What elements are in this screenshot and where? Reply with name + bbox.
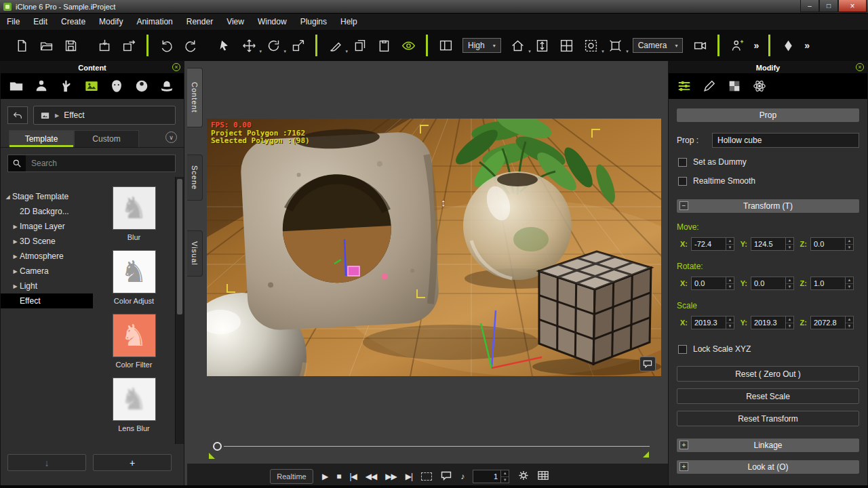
rotate-tool-icon[interactable]: ▾ [264,36,282,55]
tabs-more-icon[interactable]: ∨ [165,131,177,143]
redo-icon[interactable] [182,36,199,55]
select-tool-icon[interactable] [216,36,233,55]
spin-up-icon[interactable]: ▲ [501,470,509,477]
focus-target-icon[interactable]: ▾ [583,36,600,55]
rotate-x-input[interactable]: 0.0▲▼ [691,277,734,290]
spin-up-icon[interactable]: ▲ [786,317,793,323]
rotate-z-value[interactable]: 1.0 [811,277,845,289]
stop-button[interactable]: ■ [336,472,340,481]
reset-transform-button[interactable]: Reset Transform [677,411,859,426]
thumbnail-blur[interactable]: ♞ [113,186,156,230]
dropdown-arrow-icon[interactable]: ▾ [601,49,604,54]
viewport-comment-button[interactable] [639,357,656,371]
close-button[interactable]: × [838,0,867,12]
scrollbar-thumb[interactable] [177,179,182,314]
lock-scale-row[interactable]: Lock Scale XYZ [678,344,859,354]
visibility-eye-icon[interactable] [399,36,417,55]
search-button[interactable] [8,155,26,171]
tree-item-3d-scene[interactable]: ▶3D Scene [1,234,93,249]
spin-up-icon[interactable]: ▲ [726,317,734,323]
reset-zero-out-button[interactable]: Reset ( Zero Out ) [677,366,859,382]
maximize-button[interactable]: □ [819,0,838,12]
realtime-smooth-checkbox[interactable] [678,177,687,186]
spin-down-icon[interactable]: ▼ [786,284,793,290]
menu-render[interactable]: Render [180,14,220,29]
tab-adjust-sliders[interactable] [671,73,696,99]
tab-animation[interactable] [54,73,79,99]
realtime-button[interactable]: Realtime [270,469,313,484]
rotate-y-value[interactable]: 0.0 [751,277,785,289]
spin-up-icon[interactable]: ▲ [846,238,853,245]
spin-down-icon[interactable]: ▼ [726,245,734,251]
menu-plugins[interactable]: Plugins [294,14,334,29]
dropdown-arrow-icon[interactable]: ▾ [259,49,262,54]
spin-up-icon[interactable]: ▲ [846,277,853,284]
open-project-icon[interactable] [37,36,55,55]
tab-accessory[interactable] [154,73,179,99]
camcorder-icon[interactable] [691,36,709,55]
paint-tool-icon[interactable]: ▾ [326,36,344,55]
content-scrollbar[interactable] [175,177,184,444]
spin-down-icon[interactable]: ▼ [726,323,734,329]
move-y-input[interactable]: 124.5▲▼ [751,237,794,251]
tab-custom[interactable]: Custom [74,130,139,147]
breadcrumb-item[interactable]: Effect [64,110,84,120]
undo-icon[interactable] [157,36,175,55]
tab-material-texture[interactable] [722,73,747,99]
new-project-icon[interactable] [13,36,31,55]
tree-collapsed-icon[interactable]: ▶ [11,283,20,289]
dropdown-arrow-icon[interactable]: ▾ [283,49,286,54]
tab-project-folder[interactable] [3,73,28,99]
render-quality-dropdown[interactable]: High▾ [462,38,501,53]
tree-item-light[interactable]: ▶Light [1,279,93,293]
scale-tool-icon[interactable] [289,36,307,55]
tree-collapsed-icon[interactable]: ▶ [11,268,20,274]
rewind-button[interactable]: ◀◀ [366,472,376,481]
timeline-panel-button[interactable] [538,470,549,483]
spin-down-icon[interactable]: ▼ [786,245,793,251]
spin-down-icon[interactable]: ▼ [846,284,853,290]
fast-forward-button[interactable]: ▶▶ [385,472,396,481]
viewport-grid-icon[interactable] [558,36,576,55]
menu-help[interactable]: Help [334,14,364,29]
spin-down-icon[interactable]: ▼ [501,477,509,483]
playback-settings-gear-icon[interactable] [518,470,529,483]
scale-y-value[interactable]: 2019.3 [751,317,785,329]
export-project-icon[interactable] [120,36,138,55]
modify-close-icon[interactable]: × [856,63,864,71]
tree-expanded-icon[interactable]: ◢ [3,194,12,200]
viewport-3d[interactable]: FPS: 0.00 Project Polygon :7162 Selected… [207,119,661,376]
play-button[interactable]: ▶ [322,472,328,481]
scale-y-input[interactable]: 2019.3▲▼ [751,316,794,329]
tree-item-stage-template[interactable]: ◢Stage Template [1,189,93,204]
save-project-icon[interactable] [62,36,79,55]
menu-window[interactable]: Window [251,14,294,29]
minimize-button[interactable]: – [800,0,819,12]
scale-z-input[interactable]: 2072.8▲▼ [810,316,854,329]
transform-section-header[interactable]: − Transform (T) [677,199,859,213]
rotate-y-input[interactable]: 0.0▲▼ [751,277,794,290]
spin-up-icon[interactable]: ▲ [786,277,793,284]
tree-item-atmosphere[interactable]: ▶Atmosphere [1,249,93,264]
move-x-value[interactable]: -72.4 [692,238,726,250]
timeline-start-marker[interactable] [209,453,215,459]
move-y-value[interactable]: 124.5 [751,238,785,250]
spin-down-icon[interactable]: ▼ [846,323,853,329]
linkage-section-header[interactable]: + Linkage [677,439,859,452]
spin-down-icon[interactable]: ▼ [726,284,734,290]
dropdown-arrow-icon[interactable]: ▾ [626,49,629,54]
skip-to-start-button[interactable]: |◀ [349,472,356,481]
move-z-value[interactable]: 0.0 [811,238,845,250]
scale-x-input[interactable]: 2019.3▲▼ [691,316,734,329]
back-button[interactable] [7,106,28,124]
tab-template[interactable]: Template [9,130,74,147]
paste-icon[interactable] [375,36,393,55]
timeline-end-marker[interactable] [643,451,649,458]
menu-create[interactable]: Create [54,14,92,29]
thumbnail-lens-blur[interactable]: ♞ [113,378,156,421]
content-close-icon[interactable]: × [172,63,180,71]
download-content-button[interactable]: ↓ [7,454,86,471]
spin-up-icon[interactable]: ▲ [726,238,734,245]
tab-edit-pivot[interactable] [696,73,722,99]
realtime-smooth-row[interactable]: Realtime Smooth [678,176,859,186]
